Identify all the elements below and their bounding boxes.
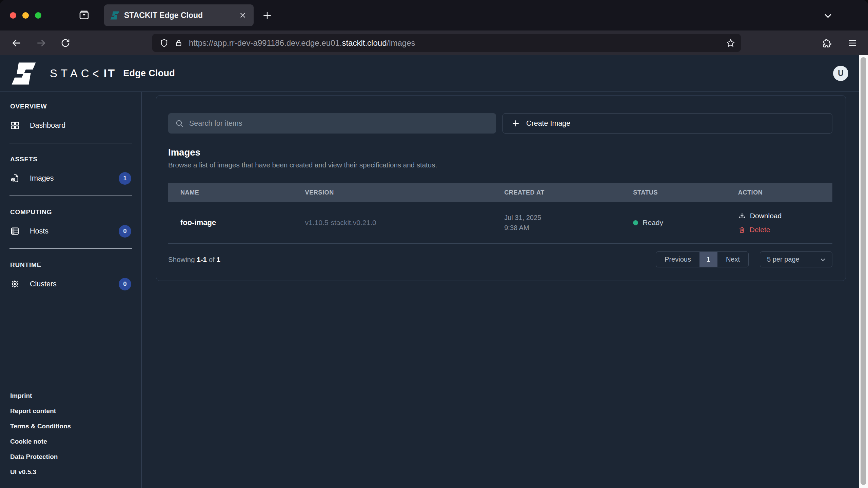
search-box[interactable] xyxy=(168,113,496,134)
status-ready-dot xyxy=(633,220,638,225)
reload-icon[interactable] xyxy=(59,37,72,49)
firefox-view-icon[interactable] xyxy=(77,9,91,21)
sidebar-item-hosts[interactable]: Hosts 0 xyxy=(0,221,141,242)
sidebar: OVERVIEW Dashboard ASSETS Images 1 xyxy=(0,92,142,488)
status-label: Ready xyxy=(643,219,663,227)
table-footer: Showing 1-1 of 1 Previous 1 Next 5 per p… xyxy=(168,251,832,267)
search-icon xyxy=(175,119,184,128)
per-page-select[interactable]: 5 per page xyxy=(760,251,832,267)
hosts-icon xyxy=(10,226,20,236)
stackit-app: STAC<IT Edge Cloud U OVERVIEW Dashboard … xyxy=(0,55,868,488)
search-input[interactable] xyxy=(189,119,496,128)
image-created-at: Jul 31, 2025 9:38 AM xyxy=(504,212,633,233)
hosts-count-badge: 0 xyxy=(119,225,131,238)
browser-tabbar: STACKIT Edge Cloud xyxy=(0,0,868,30)
browser-tab[interactable]: STACKIT Edge Cloud xyxy=(104,4,254,26)
sidebar-item-label: Hosts xyxy=(30,227,48,236)
clusters-count-badge: 0 xyxy=(119,278,131,290)
chevron-down-icon xyxy=(819,256,827,263)
stackit-favicon xyxy=(110,11,119,20)
footer-link-terms[interactable]: Terms & Conditions xyxy=(10,423,131,430)
table-header: NAME VERSION CREATED AT STATUS ACTION xyxy=(168,183,832,202)
image-name: foo-image xyxy=(168,218,305,227)
minimize-window-button[interactable] xyxy=(22,12,29,19)
list-all-tabs-icon[interactable] xyxy=(821,9,835,22)
images-icon xyxy=(10,174,20,183)
back-icon[interactable] xyxy=(10,37,23,49)
bookmark-star-icon[interactable] xyxy=(726,38,735,48)
sidebar-section-runtime: RUNTIME xyxy=(10,261,131,269)
create-image-button[interactable]: Create Image xyxy=(502,113,832,134)
images-count-badge: 1 xyxy=(119,172,131,185)
page-number-1[interactable]: 1 xyxy=(699,252,717,267)
stackit-logo xyxy=(11,62,36,85)
sidebar-item-label: Clusters xyxy=(30,280,57,288)
page-scrollbar[interactable] xyxy=(859,55,868,488)
sidebar-section-overview: OVERVIEW xyxy=(10,103,131,110)
scrollbar-thumb[interactable] xyxy=(861,57,866,485)
user-avatar[interactable]: U xyxy=(833,66,848,81)
toolbar-right-icons xyxy=(821,36,859,50)
menu-hamburger-icon[interactable] xyxy=(846,36,859,50)
download-button[interactable]: Download xyxy=(738,212,782,220)
tab-close-icon[interactable] xyxy=(238,11,248,20)
row-actions: Download Delete xyxy=(738,212,832,234)
extensions-puzzle-icon[interactable] xyxy=(821,36,834,50)
footer-link-data-protection[interactable]: Data Protection xyxy=(10,453,131,461)
column-version: VERSION xyxy=(305,189,505,196)
sidebar-section-computing: COMPUTING xyxy=(10,208,131,216)
footer-link-report-content[interactable]: Report content xyxy=(10,407,131,415)
browser-toolbar: https://app.rr-dev-a991186.dev.edge.eu01… xyxy=(0,30,868,55)
product-name: Edge Cloud xyxy=(123,68,175,79)
sidebar-item-label: Dashboard xyxy=(30,121,65,130)
traffic-lights xyxy=(10,12,41,19)
previous-page-button[interactable]: Previous xyxy=(656,252,699,267)
sidebar-item-label: Images xyxy=(30,174,54,183)
plus-icon xyxy=(511,119,520,128)
column-status: STATUS xyxy=(633,189,738,196)
url-text: https://app.rr-dev-a991186.dev.edge.eu01… xyxy=(189,38,415,48)
main-content: Create Image Images Browse a list of ima… xyxy=(142,92,868,488)
footer-link-imprint[interactable]: Imprint xyxy=(10,392,131,400)
sidebar-divider xyxy=(9,248,132,249)
brand-wordmark: STAC<IT xyxy=(50,67,116,80)
download-icon xyxy=(738,212,746,220)
page-title: Images xyxy=(168,147,832,158)
sidebar-item-images[interactable]: Images 1 xyxy=(0,168,141,189)
per-page-value: 5 per page xyxy=(767,256,800,263)
delete-button[interactable]: Delete xyxy=(738,226,770,234)
column-name: NAME xyxy=(168,189,305,196)
create-image-label: Create Image xyxy=(526,119,570,128)
close-window-button[interactable] xyxy=(10,12,16,19)
sidebar-item-clusters[interactable]: Clusters 0 xyxy=(0,273,141,294)
sidebar-divider xyxy=(9,143,132,143)
image-version: v1.10.5-stackit.v0.21.0 xyxy=(305,219,505,227)
showing-summary: Showing 1-1 of 1 xyxy=(168,256,220,264)
sidebar-item-dashboard[interactable]: Dashboard xyxy=(0,115,141,136)
tab-title: STACKIT Edge Cloud xyxy=(124,11,233,20)
images-table: NAME VERSION CREATED AT STATUS ACTION fo… xyxy=(168,183,832,244)
new-tab-button[interactable] xyxy=(260,8,275,23)
column-created-at: CREATED AT xyxy=(504,189,633,196)
page-subtitle: Browse a list of images that have been c… xyxy=(168,161,832,169)
trash-icon xyxy=(738,226,746,233)
forward-icon[interactable] xyxy=(35,37,47,49)
shield-icon[interactable] xyxy=(160,38,169,48)
next-page-button[interactable]: Next xyxy=(717,252,748,267)
sidebar-footer: Imprint Report content Terms & Condition… xyxy=(0,392,141,488)
sidebar-section-assets: ASSETS xyxy=(10,156,131,163)
pagination: Previous 1 Next xyxy=(656,251,749,267)
lock-icon[interactable] xyxy=(175,38,183,48)
app-header: STAC<IT Edge Cloud U xyxy=(0,55,868,92)
url-bar[interactable]: https://app.rr-dev-a991186.dev.edge.eu01… xyxy=(152,34,741,52)
image-status: Ready xyxy=(633,219,738,227)
images-card: Create Image Images Browse a list of ima… xyxy=(156,95,846,281)
sidebar-divider xyxy=(9,196,132,196)
clusters-icon xyxy=(10,279,20,289)
footer-link-cookie-note[interactable]: Cookie note xyxy=(10,438,131,445)
zoom-window-button[interactable] xyxy=(35,12,41,19)
table-row: foo-image v1.10.5-stackit.v0.21.0 Jul 31… xyxy=(168,202,832,244)
dashboard-icon xyxy=(10,121,20,130)
ui-version-label: UI v0.5.3 xyxy=(10,468,131,476)
column-action: ACTION xyxy=(738,189,832,196)
